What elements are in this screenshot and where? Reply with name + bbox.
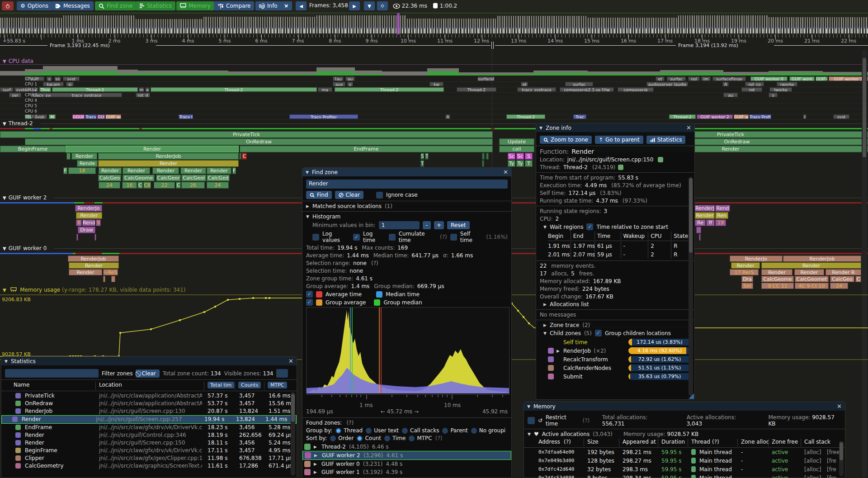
bin-reset-button[interactable]: Reset	[447, 221, 470, 229]
timeline-zone[interactable]	[75, 253, 102, 254]
close-icon[interactable]: ✕	[686, 124, 691, 131]
wait-region-row[interactable]: 1.91 ms 1.97 ms 61 µs - 2 R	[548, 241, 691, 250]
timeline-zone[interactable]: im	[701, 76, 711, 81]
timeline-zone[interactable]	[769, 73, 823, 76]
timeline-zone[interactable]: Thread-2	[151, 87, 317, 92]
timeline-zone[interactable]: Render	[76, 212, 102, 219]
close-icon[interactable]: ✕	[837, 403, 842, 410]
thread-header-thread2[interactable]: ▼Thread-2	[3, 120, 33, 127]
timeline-zone[interactable]: Thread-2	[669, 114, 696, 119]
timeline-zone[interactable]: call	[499, 146, 534, 152]
cumulate-time-checkbox[interactable]	[389, 234, 396, 241]
timeline-zone[interactable]	[533, 73, 588, 76]
group-by-radio[interactable]: Call stacks	[402, 427, 439, 434]
cpu-row[interactable]: sertracy_sysntracy_systracerot_daus CPU …	[0, 93, 868, 98]
timeline-zone[interactable]	[94, 234, 96, 241]
timeline-zone[interactable]: syst	[833, 114, 849, 119]
collapse-icon[interactable]: ▼	[306, 170, 309, 175]
timeline-zone[interactable]: CalcGeor	[156, 175, 181, 181]
log-time-checkbox[interactable]: ✓	[353, 234, 360, 241]
close-icon[interactable]: ✕	[503, 169, 508, 175]
overview-view-marker[interactable]	[397, 13, 400, 34]
col-thread[interactable]: Thread	[691, 439, 710, 445]
memory-button[interactable]: Memory	[176, 1, 214, 10]
timeline-zone[interactable]: Sc	[508, 153, 515, 160]
go-to-parent-button[interactable]: ↑Go to parent	[595, 136, 643, 144]
timeline-zone[interactable]: ma	[318, 87, 332, 92]
timeline-zone[interactable]: GUIF w	[734, 114, 749, 119]
cpu-row[interactable]: CPU 6	[0, 109, 868, 114]
timeline-zone[interactable]: F	[232, 167, 236, 174]
timeline-zone[interactable]: CalcGeome	[123, 175, 155, 181]
found-zone-group[interactable]: ▶ GUIF worker 2 (3,296) 4.61 s	[302, 451, 511, 460]
child-zone-row[interactable]: Submit 35.63 us (0.79%)	[548, 372, 691, 381]
col-size[interactable]: Size	[587, 439, 599, 445]
collapse-icon[interactable]: ▼	[527, 404, 530, 409]
timeline-zone[interactable]: aux	[333, 82, 345, 86]
timeline-zone[interactable]: ss	[54, 76, 61, 81]
min-bin-input[interactable]: 1	[379, 221, 420, 229]
timeline-zone[interactable]: GUIF-w	[816, 76, 828, 81]
timeline-zone[interactable]: C	[242, 153, 247, 160]
timeline-zone[interactable]: RenderJob	[783, 256, 861, 262]
timeline-zone[interactable]: Tracy I	[179, 114, 193, 119]
allocation-row[interactable]: 0x7dfc42d640 32 bytes 298.3 ms 59.95 s M…	[528, 465, 841, 474]
timeline-zone[interactable]: S	[525, 153, 533, 160]
timeline-zone[interactable]: Rend	[715, 205, 730, 212]
tools-button[interactable]	[280, 1, 292, 10]
timeline-zone[interactable]: Thre	[39, 87, 51, 92]
timeline-zone[interactable]	[316, 71, 355, 76]
timeline-zone[interactable]: Render	[180, 167, 206, 174]
filter-input[interactable]	[5, 369, 99, 378]
allocations-list-toggle[interactable]: ▶Allocations list	[543, 301, 691, 308]
cpu-row[interactable]: ThsyskMGGUIFTracyGUIGUIF worTracy ITracy…	[0, 114, 868, 120]
timeline-zone[interactable]	[486, 153, 489, 160]
timeline-zone[interactable]	[138, 73, 228, 76]
timeline-zone[interactable]: 8	[76, 219, 82, 226]
timeline-zone[interactable]: composer@	[618, 87, 654, 92]
timeline-zone[interactable]: Render R	[826, 269, 861, 275]
timeline-zone[interactable]	[25, 73, 43, 76]
timeline-zone[interactable]: Sc	[516, 153, 524, 160]
timeline-zone[interactable]: lworke	[769, 87, 792, 92]
group-avg-checkbox[interactable]: ✓	[306, 299, 313, 306]
col-counts[interactable]: Counts	[238, 382, 261, 388]
cpu-row[interactable]: surfssssyst[auausurfaceletsurfacnolimsur…	[0, 76, 868, 82]
found-zone-group[interactable]: ▶ GUIF worker 0 (3,231) 4.48 s	[302, 460, 511, 468]
timeline-zone[interactable]: GGUIF	[72, 114, 85, 119]
timeline-zone[interactable]	[482, 153, 485, 160]
histogram-toggle[interactable]: ▼Histogram	[306, 213, 508, 220]
timeline-zone[interactable]: Thread-2	[52, 87, 138, 92]
timeline-zone[interactable]: ser	[9, 93, 21, 97]
timeline-zone[interactable]: Tracy Profiler	[749, 114, 771, 119]
zone-info-scrollbar[interactable]	[689, 177, 693, 396]
allocation-row[interactable]: 0x7dfaa64e00 192 bytes 298.21 ms 59.95 s…	[528, 448, 841, 457]
timeline-zone[interactable]: Update	[499, 138, 534, 145]
timeline-zone[interactable]: Dra	[741, 276, 753, 282]
timeline-zone[interactable]	[41, 128, 50, 129]
timeline-zone[interactable]: Render	[69, 262, 119, 269]
self-time-checkbox[interactable]	[450, 234, 457, 241]
timeline-zone[interactable]: ff	[706, 219, 715, 226]
timeline-zone[interactable]: Ren	[715, 212, 728, 219]
timeline-zone[interactable]: [au	[333, 76, 344, 81]
sort-by-radio[interactable]: Time	[384, 435, 406, 441]
timeline-zone[interactable]: T	[525, 160, 533, 167]
timeline-zone[interactable]: C	[855, 276, 861, 282]
timeline-zone[interactable]	[103, 276, 105, 282]
timeline-zone[interactable]: C8	[143, 182, 151, 189]
timeline-zone[interactable]	[76, 234, 78, 241]
zone-trace-toggle[interactable]: ▶Zone trace(2)	[543, 322, 691, 328]
timeline-zone[interactable]: PrivateTick	[0, 131, 493, 138]
timeline-zone[interactable]	[459, 74, 533, 76]
col-location[interactable]: Location	[99, 382, 122, 388]
timeline-zone[interactable]: I	[803, 114, 807, 119]
find-button[interactable]: Find	[306, 191, 332, 199]
timeline-zone[interactable]: au	[345, 76, 355, 81]
statistics-row[interactable]: EndFrame jni/../jni/src/claw/gfx/drv/vk/…	[5, 424, 293, 431]
cpu-data-header[interactable]: ▼CPU data	[3, 58, 33, 64]
prev-frame-button[interactable]: ◀	[296, 1, 307, 10]
group-by-radio[interactable]: Thread	[335, 427, 363, 434]
frame-overview[interactable]	[0, 13, 868, 34]
statistics-row[interactable]: RenderJob jni/../jni/src/guif/Screen.cpp…	[5, 407, 293, 415]
